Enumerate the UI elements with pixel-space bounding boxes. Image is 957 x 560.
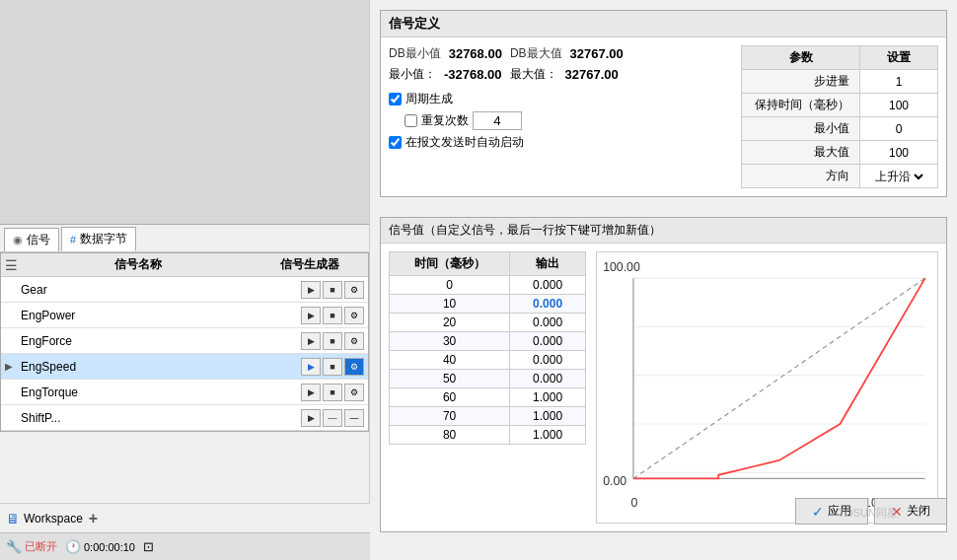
table-row[interactable]: 10 0.000 bbox=[390, 295, 586, 314]
signal-controls-shiftp: ▶ — — bbox=[256, 409, 364, 427]
params-row: 最小值 0 bbox=[742, 117, 938, 141]
gear-button[interactable]: ⚙ bbox=[344, 281, 364, 299]
signal-val-box: 信号值（自定义信号，最后一行按下键可增加新值） 时间（毫秒） 输出 0 0.00… bbox=[380, 217, 947, 532]
param-value[interactable]: 上升沿 下降沿 bbox=[860, 165, 938, 188]
tab-signal[interactable]: ◉ 信号 bbox=[4, 228, 59, 251]
left-panel: ◉ 信号 # 数据字节 ☰ 信号名称 信号生成器 Gear ▶ ■ ⚙ En bbox=[0, 0, 370, 560]
repeat-checkbox[interactable] bbox=[405, 114, 417, 127]
value-table-area: 时间（毫秒） 输出 0 0.000 10 0.000 bbox=[389, 251, 586, 524]
record-status: ⊡ bbox=[143, 539, 154, 554]
tab-data-label: 数据字节 bbox=[80, 231, 127, 247]
output-cell: 0.000 bbox=[510, 314, 586, 332]
menu-icon[interactable]: ☰ bbox=[5, 257, 21, 273]
min-value: -32768.00 bbox=[444, 67, 502, 82]
stop-button[interactable]: ■ bbox=[323, 332, 342, 350]
tab-bar: ◉ 信号 # 数据字节 bbox=[0, 225, 369, 252]
table-row[interactable]: 70 1.000 bbox=[390, 407, 586, 426]
direction-select[interactable]: 上升沿 下降沿 bbox=[871, 169, 926, 184]
table-row[interactable]: EngTorque ▶ ■ ⚙ bbox=[1, 380, 368, 405]
table-row[interactable]: 60 1.000 bbox=[390, 388, 586, 407]
stop-button[interactable]: ■ bbox=[323, 307, 342, 324]
param-label: 保持时间（毫秒） bbox=[742, 94, 860, 117]
table-row[interactable]: EngForce ▶ ■ ⚙ bbox=[1, 328, 368, 354]
disconnect-status: 🔧 已断开 bbox=[6, 539, 57, 554]
right-panel: 信号定义 DB最小值 32768.00 DB最大值 32767.00 最小值： … bbox=[370, 0, 957, 560]
stop-button[interactable]: ■ bbox=[323, 384, 342, 401]
tab-signal-label: 信号 bbox=[27, 232, 50, 248]
record-icon: ⊡ bbox=[143, 539, 154, 554]
autostart-checkbox[interactable] bbox=[389, 136, 402, 149]
tab-data[interactable]: # 数据字节 bbox=[61, 227, 136, 251]
db-row: DB最小值 32768.00 DB最大值 32767.00 bbox=[389, 45, 731, 62]
params-row: 方向 上升沿 下降沿 bbox=[742, 165, 938, 188]
db-max-value: 32767.00 bbox=[570, 46, 624, 61]
minmax-row: 最小值： -32768.00 最大值： 32767.00 bbox=[389, 66, 731, 83]
col-time-header: 时间（毫秒） bbox=[390, 252, 510, 276]
param-value: 0 bbox=[860, 117, 938, 141]
db-min-label: DB最小值 bbox=[389, 45, 441, 62]
check-icon: ✓ bbox=[812, 504, 824, 520]
db-max-label: DB最大值 bbox=[510, 45, 562, 62]
play-button[interactable]: ▶ bbox=[301, 332, 321, 350]
stop-button[interactable]: ■ bbox=[323, 281, 342, 299]
stop-button[interactable]: — bbox=[323, 409, 342, 427]
output-cell: 1.000 bbox=[510, 388, 586, 407]
output-cell: 0.000 bbox=[510, 351, 586, 370]
param-value: 100 bbox=[860, 94, 938, 117]
periodic-checkbox[interactable] bbox=[389, 93, 402, 105]
table-row[interactable]: Gear ▶ ■ ⚙ bbox=[1, 277, 368, 303]
signal-controls-engspeed: ▶ ■ ⚙ bbox=[256, 358, 364, 376]
signal-name-engspeed: EngSpeed bbox=[19, 360, 256, 374]
close-label: 关闭 bbox=[907, 503, 930, 520]
signal-controls-engforce: ▶ ■ ⚙ bbox=[256, 332, 364, 350]
signal-name-gear: Gear bbox=[19, 283, 256, 297]
output-cell: 0.000 bbox=[510, 370, 586, 388]
table-row[interactable]: 80 1.000 bbox=[390, 426, 586, 445]
data-icon: # bbox=[70, 234, 76, 245]
gear-button[interactable]: ⚙ bbox=[344, 332, 364, 350]
table-row[interactable]: 20 0.000 bbox=[390, 314, 586, 332]
signal-controls-engpower: ▶ ■ ⚙ bbox=[256, 307, 364, 324]
signal-controls-gear: ▶ ■ ⚙ bbox=[256, 281, 364, 299]
left-top-space bbox=[0, 0, 369, 225]
add-workspace-button[interactable]: + bbox=[89, 510, 98, 527]
time-cell: 0 bbox=[390, 276, 510, 295]
table-row[interactable]: ▶ EngSpeed ▶ ■ ⚙ bbox=[1, 354, 368, 380]
workspace-area[interactable]: 🖥 Workspace bbox=[6, 511, 83, 526]
time-cell: 80 bbox=[390, 426, 510, 445]
table-row[interactable]: 50 0.000 bbox=[390, 370, 586, 388]
gear-button[interactable]: — bbox=[344, 409, 364, 427]
play-button[interactable]: ▶ bbox=[301, 384, 321, 401]
play-button[interactable]: ▶ bbox=[301, 281, 321, 299]
table-row[interactable]: 0 0.000 bbox=[390, 276, 586, 295]
table-row[interactable]: 30 0.000 bbox=[390, 332, 586, 351]
gear-button[interactable]: ⚙ bbox=[344, 358, 364, 376]
stop-button[interactable]: ■ bbox=[323, 358, 342, 376]
params-row: 最大值 100 bbox=[742, 141, 938, 165]
clock-icon: 🕐 bbox=[65, 539, 81, 554]
autostart-label: 在报文发送时自动启动 bbox=[405, 134, 524, 151]
repeat-label: 重复次数 bbox=[421, 112, 469, 129]
gear-button[interactable]: ⚙ bbox=[344, 307, 364, 324]
max-label: 最大值： bbox=[510, 66, 557, 83]
table-row[interactable]: 40 0.000 bbox=[390, 351, 586, 370]
table-row[interactable]: EngPower ▶ ■ ⚙ bbox=[1, 303, 368, 328]
play-button[interactable]: ▶ bbox=[301, 358, 321, 376]
left-bottom: 🖥 Workspace + 🔧 已断开 🕐 0:00:00:10 ⊡ bbox=[0, 503, 370, 560]
table-row[interactable]: ShiftP... ▶ — — bbox=[1, 405, 368, 431]
svg-line-11 bbox=[633, 278, 925, 478]
params-table: 参数 设置 步进量 1 保持时间（毫秒） 100 bbox=[741, 45, 938, 188]
repeat-input[interactable] bbox=[473, 111, 522, 130]
max-value: 32767.00 bbox=[565, 67, 619, 82]
row-arrow: ▶ bbox=[5, 361, 19, 372]
play-button[interactable]: ▶ bbox=[301, 409, 321, 427]
play-button[interactable]: ▶ bbox=[301, 307, 321, 324]
time-label: 0:00:00:10 bbox=[84, 541, 135, 553]
col-gen-header: 信号生成器 bbox=[256, 256, 364, 273]
signal-name-engpower: EngPower bbox=[19, 309, 256, 322]
param-label: 最大值 bbox=[742, 141, 860, 165]
signal-val-body: 时间（毫秒） 输出 0 0.000 10 0.000 bbox=[381, 244, 946, 531]
chart-svg: 100.00 0.00 0 10100 bbox=[597, 252, 937, 523]
workspace-bar: 🖥 Workspace + bbox=[0, 503, 370, 532]
gear-button[interactable]: ⚙ bbox=[344, 384, 364, 401]
